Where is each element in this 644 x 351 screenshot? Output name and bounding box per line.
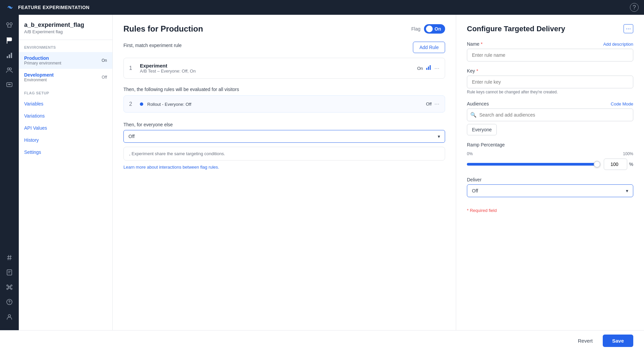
ramp-min: 0% (467, 151, 473, 156)
config-menu-button[interactable]: ··· (624, 24, 633, 33)
rollout-content: Rollout - Everyone: Off (147, 101, 422, 107)
nav-item-history[interactable]: History (19, 134, 112, 146)
rollout-card-1: 2 Rollout - Everyone: Off Off ··· (123, 95, 445, 113)
nav-item-settings[interactable]: Settings (19, 146, 112, 158)
ramp-thumb (594, 161, 600, 168)
sidebar-icon-integrations[interactable] (3, 280, 16, 294)
topbar-left: FEATURE EXPERIMENTATION (5, 3, 90, 12)
icon-sidebar (0, 15, 19, 330)
icon-sidebar-bottom (3, 251, 16, 326)
name-form-row: Name * Add description (467, 41, 633, 61)
main-layout: a_b_experiment_flag A/B Experiment flag … (0, 15, 644, 330)
rollout-name: Rollout - Everyone: Off (147, 102, 191, 107)
rollout-dot (140, 102, 143, 106)
deliver-dropdown[interactable]: Off ▾ (467, 184, 633, 197)
env-item-production[interactable]: Production Primary environment On (19, 52, 112, 69)
svg-rect-5 (7, 56, 8, 58)
nav-item-variations[interactable]: Variations (19, 110, 112, 122)
learn-link[interactable]: Learn more about interactions between fl… (123, 165, 445, 170)
svg-point-2 (7, 23, 9, 25)
sidebar-icon-help[interactable] (3, 295, 16, 309)
save-button[interactable]: Save (603, 335, 633, 347)
sidebar-icon-hashtag[interactable] (3, 251, 16, 264)
required-note: * Required field (467, 208, 633, 213)
svg-point-17 (11, 288, 12, 290)
toggle-text: On (435, 26, 441, 32)
sidebar-icon-media[interactable] (3, 78, 16, 91)
sidebar-icon-experiments[interactable] (3, 19, 16, 32)
name-label: Name (467, 41, 479, 47)
env-item-development[interactable]: Development Environment Off (19, 69, 112, 86)
right-panel: Configure Targeted Delivery ··· Name * A… (456, 15, 644, 330)
rule-menu-1[interactable]: ··· (434, 65, 439, 72)
code-mode-link[interactable]: Code Mode (611, 101, 633, 106)
flag-toggle-button[interactable]: On (424, 24, 445, 34)
then-all-visitors-label: Then, the following rules will be evalua… (123, 87, 445, 92)
rollout-number: 2 (129, 101, 136, 107)
panel-title: Rules for Production (123, 24, 203, 34)
env-production-status: On (102, 58, 107, 63)
deliver-value: Off (472, 188, 478, 193)
ramp-slider-row: % (467, 158, 633, 170)
sidebar-icon-flags[interactable] (3, 34, 16, 47)
info-box: , Experiment share the same targeting co… (123, 147, 445, 161)
audiences-label-row: Audiences Code Mode (467, 101, 633, 106)
key-label: Key (467, 68, 475, 74)
svg-point-1 (9, 6, 11, 8)
name-required-star: * (481, 41, 482, 47)
environments-label: Environments (19, 40, 112, 52)
sidebar-icon-book[interactable] (3, 266, 16, 279)
name-label-row: Name * Add description (467, 41, 633, 47)
env-development-name: Development (24, 72, 54, 78)
ramp-number-input[interactable] (604, 159, 627, 170)
chart-icon-1[interactable] (426, 64, 432, 72)
audiences-search-input[interactable] (467, 108, 633, 121)
sidebar-icon-profile[interactable] (3, 310, 16, 323)
search-input-wrap: 🔍 (467, 108, 633, 121)
nav-item-variables[interactable]: Variables (19, 98, 112, 110)
everyone-dropdown[interactable]: Off ▾ (123, 130, 445, 143)
topbar: FEATURE EXPERIMENTATION ? (0, 0, 644, 15)
env-development-left: Development Environment (24, 72, 54, 82)
svg-point-19 (9, 303, 10, 304)
config-header: Configure Targeted Delivery ··· (467, 24, 633, 33)
ramp-pct-label: % (629, 162, 633, 167)
sidebar-icon-audiences[interactable] (3, 63, 16, 77)
env-production-name: Production (24, 55, 61, 61)
rollout-actions: Off ··· (426, 100, 439, 107)
everyone-section: Then, for everyone else Off ▾ (123, 122, 445, 143)
deliver-chevron-icon: ▾ (626, 188, 628, 193)
svg-point-3 (10, 23, 12, 25)
rule-key-input[interactable] (467, 76, 633, 88)
everyone-value: Off (128, 134, 135, 139)
svg-point-8 (7, 68, 9, 70)
deliver-form-row: Deliver Off ▾ (467, 177, 633, 197)
revert-button[interactable]: Revert (572, 335, 599, 346)
rollout-menu[interactable]: ··· (434, 100, 439, 107)
app-title: FEATURE EXPERIMENTATION (18, 5, 90, 10)
rule-actions-1: On ··· (417, 64, 439, 72)
config-title: Configure Targeted Delivery (467, 25, 565, 33)
svg-point-9 (9, 68, 11, 70)
svg-rect-21 (426, 68, 427, 70)
rule-card-1: 1 Experiment A/B Test – Everyone: Off, O… (123, 58, 445, 79)
nav-item-api-values[interactable]: API Values (19, 122, 112, 134)
sidebar-icon-analytics[interactable] (3, 48, 16, 62)
svg-point-14 (7, 285, 8, 286)
help-icon[interactable]: ? (630, 3, 639, 12)
svg-point-15 (11, 285, 12, 286)
svg-rect-7 (11, 53, 12, 58)
audiences-label: Audiences (467, 101, 489, 106)
icon-sidebar-top (3, 19, 16, 250)
rule-name-input[interactable] (467, 49, 633, 61)
deliver-label: Deliver (467, 177, 633, 182)
env-development-sub: Environment (24, 78, 54, 82)
rule-sub-1: A/B Test – Everyone: Off, On (140, 69, 413, 74)
env-production-left: Production Primary environment (24, 55, 61, 65)
audiences-form-row: Audiences Code Mode 🔍 Everyone (467, 101, 633, 135)
first-rule-label: First, match experiment rule (123, 43, 182, 48)
env-development-status: Off (102, 75, 107, 80)
rule-name-1: Experiment (140, 63, 413, 69)
add-description-link[interactable]: Add description (603, 42, 633, 47)
add-rule-button[interactable]: Add Rule (413, 42, 445, 53)
